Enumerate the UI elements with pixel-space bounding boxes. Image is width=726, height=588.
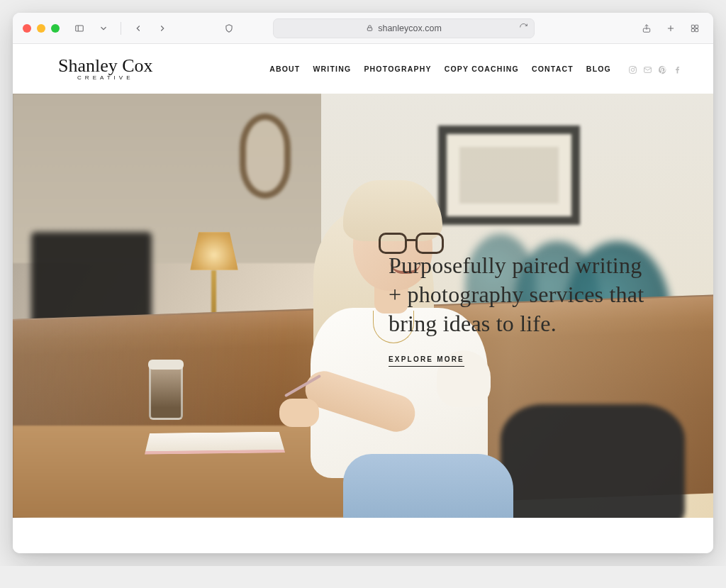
site-logo[interactable]: Shanley Cox CREATIVE xyxy=(58,57,153,81)
sidebar-toggle-button[interactable] xyxy=(71,20,88,37)
back-button[interactable] xyxy=(130,20,147,37)
address-bar[interactable]: shanleycox.com xyxy=(273,18,535,38)
svg-rect-2 xyxy=(367,28,372,30)
nav-about[interactable]: ABOUT xyxy=(269,65,300,73)
hero-text: Purposefully paired writing + photograph… xyxy=(389,251,651,367)
fullscreen-window-button[interactable] xyxy=(51,24,60,33)
svg-point-11 xyxy=(631,68,634,71)
tab-overview-button[interactable] xyxy=(686,20,703,37)
hero-section: Purposefully paired writing + photograph… xyxy=(13,94,713,518)
tab-dropdown-button[interactable] xyxy=(95,20,112,37)
forward-button[interactable] xyxy=(154,20,171,37)
svg-point-12 xyxy=(635,67,635,67)
nav-photography[interactable]: PHOTOGRAPHY xyxy=(364,65,431,73)
mail-icon[interactable] xyxy=(643,65,652,74)
logo-script-text: Shanley Cox xyxy=(58,57,153,75)
social-links xyxy=(628,65,682,74)
pinterest-icon[interactable] xyxy=(658,65,667,74)
svg-rect-8 xyxy=(691,28,694,31)
explore-more-link[interactable]: EXPLORE MORE xyxy=(389,355,464,367)
hero-bg-decor xyxy=(501,404,685,518)
browser-toolbar: shanleycox.com xyxy=(13,13,713,44)
hero-bg-decor xyxy=(149,365,183,420)
nav-copy-coaching[interactable]: COPY COACHING xyxy=(445,65,519,73)
main-nav: ABOUT WRITING PHOTOGRAPHY COPY COACHING … xyxy=(269,65,682,74)
facebook-icon[interactable] xyxy=(673,65,682,74)
window-controls xyxy=(23,24,60,33)
toolbar-separator xyxy=(121,22,121,35)
instagram-icon[interactable] xyxy=(628,65,637,74)
nav-blog[interactable]: BLOG xyxy=(586,65,611,73)
svg-rect-7 xyxy=(696,25,698,28)
logo-sub-text: CREATIVE xyxy=(77,74,133,81)
nav-writing[interactable]: WRITING xyxy=(313,65,351,73)
close-window-button[interactable] xyxy=(23,24,31,33)
hero-headline: Purposefully paired writing + photograph… xyxy=(389,251,651,338)
lock-icon xyxy=(366,24,374,32)
share-button[interactable] xyxy=(638,20,655,37)
page-gap xyxy=(13,518,713,553)
minimize-window-button[interactable] xyxy=(37,24,45,33)
site-header: Shanley Cox CREATIVE ABOUT WRITING PHOTO… xyxy=(13,44,713,94)
address-bar-url: shanleycox.com xyxy=(378,23,442,33)
reload-button[interactable] xyxy=(519,23,528,34)
nav-contact[interactable]: CONTACT xyxy=(532,65,574,73)
privacy-report-button[interactable] xyxy=(220,20,238,37)
new-tab-button[interactable] xyxy=(662,20,679,37)
svg-rect-9 xyxy=(696,28,698,31)
svg-rect-0 xyxy=(76,25,84,30)
browser-window: shanleycox.com Shanley Cox CREATIVE ABOU… xyxy=(13,13,713,553)
svg-rect-6 xyxy=(691,25,694,28)
